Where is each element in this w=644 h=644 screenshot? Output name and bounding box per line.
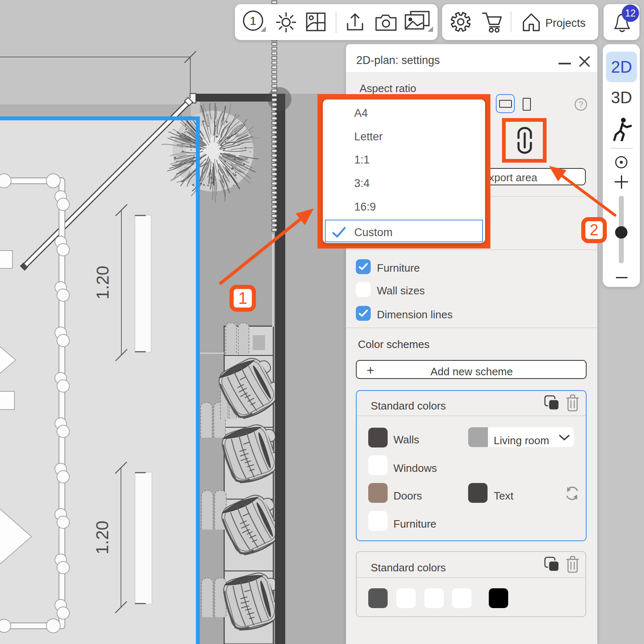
svg-text:1: 1: [250, 14, 256, 27]
svg-text:1.20: 1.20: [92, 521, 112, 554]
svg-text:?: ?: [578, 100, 583, 109]
svg-text:1.20: 1.20: [93, 266, 112, 300]
